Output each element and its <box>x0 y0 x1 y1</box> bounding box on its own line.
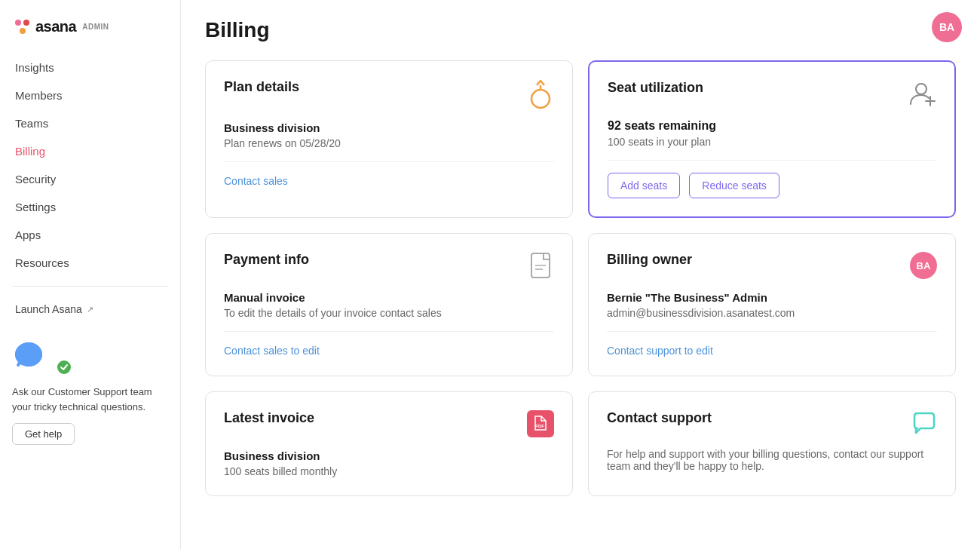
sidebar-item-apps[interactable]: Apps <box>0 221 180 249</box>
contact-support-header: Contact support <box>607 410 937 436</box>
sidebar-item-settings[interactable]: Settings <box>0 193 180 221</box>
billing-owner-title: Billing owner <box>607 252 692 268</box>
sidebar-item-teams[interactable]: Teams <box>0 109 180 137</box>
admin-badge: ADMIN <box>82 23 109 31</box>
latest-invoice-card: Latest invoice PDF Business division 100… <box>205 391 573 496</box>
launch-asana-label: Launch Asana <box>15 303 82 315</box>
page-title: Billing <box>205 18 956 42</box>
latest-invoice-title: Latest invoice <box>224 410 314 426</box>
pdf-icon: PDF <box>527 410 554 437</box>
seat-utilization-divider <box>608 160 936 161</box>
logo-dot-1 <box>15 20 21 26</box>
sidebar-item-security[interactable]: Security <box>0 165 180 193</box>
svg-point-4 <box>916 84 926 94</box>
main-content: Billing Plan details Business division P… <box>181 0 980 549</box>
latest-invoice-header: Latest invoice PDF <box>224 410 554 437</box>
reduce-seats-button[interactable]: Reduce seats <box>689 173 779 198</box>
sidebar-divider <box>12 286 168 287</box>
logo-mark <box>15 20 29 34</box>
support-chat-icon <box>911 410 937 436</box>
logo-dot-3 <box>20 28 26 34</box>
sidebar: asana ADMIN Insights Members Teams Billi… <box>0 0 181 549</box>
launch-asana-link[interactable]: Launch Asana ↗ <box>0 296 180 323</box>
logo-dot-2 <box>23 20 29 26</box>
contact-support-card: Contact support For help and support wit… <box>588 391 956 496</box>
plan-details-body: Business division Plan renews on 05/28/2… <box>224 121 554 149</box>
chat-bubble-icon <box>12 338 48 377</box>
logo-text: asana <box>35 18 76 35</box>
support-widget: Ask our Customer Support team your trick… <box>12 338 168 445</box>
contact-support-body: For help and support with your billing q… <box>607 448 937 472</box>
user-avatar[interactable]: BA <box>932 12 962 42</box>
sidebar-item-billing[interactable]: Billing <box>0 137 180 165</box>
seats-remaining: 92 seats remaining <box>608 119 936 133</box>
owner-email: admin@businessdivision.asanatest.com <box>607 307 937 319</box>
payment-info-header: Payment info <box>224 252 554 279</box>
contact-sales-to-edit-link[interactable]: Contact sales to edit <box>224 345 320 357</box>
svg-point-2 <box>531 90 550 108</box>
plan-details-divider <box>224 161 554 162</box>
medal-icon <box>527 79 554 109</box>
contact-sales-link[interactable]: Contact sales <box>224 175 288 187</box>
payment-detail: To edit the details of your invoice cont… <box>224 307 554 319</box>
seat-utilization-header: Seat utilization <box>608 80 936 107</box>
payment-type: Manual invoice <box>224 291 554 304</box>
contact-support-detail: For help and support with your billing q… <box>607 448 937 472</box>
contact-support-to-edit-link[interactable]: Contact support to edit <box>607 345 713 357</box>
add-person-icon <box>909 80 936 107</box>
logo-area: asana ADMIN <box>0 12 180 54</box>
sidebar-item-insights[interactable]: Insights <box>0 54 180 81</box>
cards-grid: Plan details Business division Plan rene… <box>205 60 956 496</box>
contact-support-title: Contact support <box>607 410 712 426</box>
seat-utilization-card: Seat utilization 92 seats remaining 100 … <box>588 60 956 218</box>
plan-details-title: Plan details <box>224 79 299 95</box>
billing-owner-header: Billing owner BA <box>607 252 937 279</box>
invoice-division: Business division <box>224 449 554 462</box>
seats-plan: 100 seats in your plan <box>608 136 936 148</box>
seat-buttons: Add seats Reduce seats <box>608 173 936 198</box>
external-link-icon: ↗ <box>87 305 93 314</box>
payment-info-card: Payment info Manual invoice To edit the … <box>205 233 573 376</box>
check-badge-icon <box>56 359 72 376</box>
invoice-detail: 100 seats billed monthly <box>224 465 554 477</box>
support-icons <box>12 338 72 376</box>
svg-text:PDF: PDF <box>535 424 544 428</box>
billing-owner-divider <box>607 331 937 332</box>
payment-info-body: Manual invoice To edit the details of yo… <box>224 291 554 319</box>
billing-owner-card: Billing owner BA Bernie "The Business" A… <box>588 233 956 376</box>
plan-details-header: Plan details <box>224 79 554 109</box>
sidebar-item-resources[interactable]: Resources <box>0 249 180 277</box>
get-help-button[interactable]: Get help <box>12 423 75 445</box>
owner-name: Bernie "The Business" Admin <box>607 291 937 304</box>
add-seats-button[interactable]: Add seats <box>608 173 680 198</box>
billing-owner-body: Bernie "The Business" Admin admin@busine… <box>607 291 937 319</box>
seat-utilization-body: 92 seats remaining 100 seats in your pla… <box>608 119 936 148</box>
payment-info-title: Payment info <box>224 252 309 268</box>
sidebar-item-members[interactable]: Members <box>0 81 180 109</box>
plan-details-card: Plan details Business division Plan rene… <box>205 60 573 218</box>
support-description: Ask our Customer Support team your trick… <box>12 385 168 414</box>
billing-owner-avatar: BA <box>910 252 937 279</box>
document-icon <box>530 252 554 279</box>
plan-name: Business division <box>224 121 554 134</box>
payment-info-divider <box>224 331 554 332</box>
plan-renew-date: Plan renews on 05/28/20 <box>224 137 554 149</box>
latest-invoice-body: Business division 100 seats billed month… <box>224 449 554 477</box>
seat-utilization-title: Seat utilization <box>608 80 703 96</box>
